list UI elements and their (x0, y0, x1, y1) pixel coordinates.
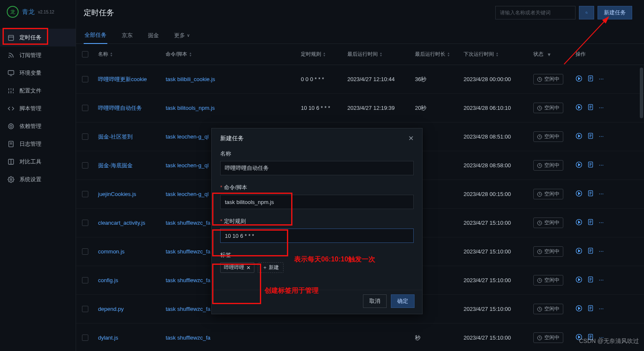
sidebar-item-file-text[interactable]: 日志管理 (0, 135, 76, 153)
log-icon[interactable] (587, 75, 594, 83)
name-input[interactable] (220, 161, 414, 175)
task-name-link[interactable]: juejinCookies.js (98, 191, 166, 197)
task-name-link[interactable]: depend.py (98, 306, 166, 312)
row-checkbox[interactable] (82, 162, 88, 169)
more-icon[interactable]: ··· (599, 305, 604, 313)
new-task-button[interactable]: 新建任务 (598, 6, 632, 19)
table-row: 哔哩哔哩更新cookietask bilibili_cookie.js0 0 0… (76, 65, 644, 94)
row-checkbox[interactable] (82, 105, 88, 111)
tab-全部任务[interactable]: 全部任务 (84, 27, 107, 44)
log-icon[interactable] (587, 190, 594, 198)
cron-input[interactable] (220, 229, 414, 243)
tag-chip[interactable]: 哔哩哔哩✕ (220, 262, 254, 273)
tab-京东[interactable]: 京东 (121, 27, 134, 44)
search-button[interactable] (579, 6, 594, 19)
search-input[interactable] (495, 6, 576, 19)
run-icon[interactable] (576, 75, 582, 83)
sidebar-item-rss[interactable]: 订阅管理 (0, 46, 76, 64)
sort-icon[interactable]: ▲▼ (379, 52, 382, 57)
task-name-link[interactable]: 哔哩哔哩自动任务 (98, 104, 166, 112)
row-checkbox[interactable] (82, 220, 88, 226)
more-icon[interactable]: ··· (599, 161, 604, 169)
log-icon[interactable] (587, 305, 594, 313)
status-badge: 空闲中 (533, 103, 563, 113)
more-icon[interactable]: ··· (599, 276, 604, 284)
duration-cell: 20秒 (415, 104, 464, 112)
log-icon[interactable] (587, 161, 594, 169)
scrollbar[interactable] (640, 68, 644, 338)
tag-remove-icon[interactable]: ✕ (246, 265, 251, 271)
add-tag-button[interactable]: ＋ 新建 (258, 262, 284, 273)
table-row: 哔哩哔哩自动任务task bilitools_npm.js10 10 6 * *… (76, 94, 644, 122)
more-icon[interactable]: ··· (599, 190, 604, 198)
more-icon[interactable]: ··· (599, 75, 604, 83)
last-run-cell: 2023/4/27 12:19:39 (347, 105, 415, 111)
task-cmd-link[interactable]: task bilibili_cookie.js (166, 76, 301, 82)
row-checkbox[interactable] (82, 191, 88, 197)
status-badge: 空闲中 (533, 304, 563, 314)
row-checkbox[interactable] (82, 248, 88, 255)
sort-icon[interactable]: ▲▼ (323, 52, 326, 57)
task-name-link[interactable]: common.js (98, 248, 166, 255)
sidebar-item-monitor[interactable]: 环境变量 (0, 64, 76, 82)
sidebar-item-calendar[interactable]: 定时任务 (0, 29, 76, 46)
clock-icon (537, 163, 542, 168)
run-icon[interactable] (576, 133, 582, 141)
more-icon[interactable]: ··· (599, 104, 604, 112)
more-icon[interactable]: ··· (599, 219, 604, 227)
run-icon[interactable] (576, 219, 582, 227)
cancel-button[interactable]: 取消 (363, 294, 387, 308)
sort-icon[interactable]: ▲▼ (496, 52, 499, 57)
filter-icon[interactable]: ▼ (547, 52, 551, 57)
tab-更多[interactable]: 更多 ∨ (173, 27, 191, 44)
log-icon[interactable] (587, 133, 594, 141)
cmd-input[interactable] (220, 195, 414, 209)
brand-version: v2.15.12 (38, 10, 54, 14)
svg-rect-0 (8, 35, 14, 41)
tab-掘金[interactable]: 掘金 (147, 27, 160, 44)
row-checkbox[interactable] (82, 76, 88, 82)
more-icon[interactable]: ··· (599, 133, 604, 141)
row-checkbox[interactable] (82, 306, 88, 312)
run-icon[interactable] (576, 190, 582, 198)
row-checkbox[interactable] (82, 133, 88, 140)
sidebar-item-sliders[interactable]: 配置文件 (0, 82, 76, 100)
brand-row: 龙 青龙 v2.15.12 (0, 0, 76, 24)
task-name-link[interactable]: dylant.js (98, 335, 166, 341)
sidebar-item-settings[interactable]: 系统设置 (0, 171, 76, 188)
sort-icon[interactable]: ▲▼ (447, 52, 450, 57)
log-icon[interactable] (587, 248, 594, 256)
task-name-link[interactable]: cleancart_activity.js (98, 220, 166, 226)
run-icon[interactable] (576, 305, 582, 313)
select-all-checkbox[interactable] (82, 51, 88, 57)
task-name-link[interactable]: 哔哩哔哩更新cookie (98, 76, 166, 83)
watermark: CSDN @无奈清风吹过 (579, 337, 639, 345)
row-checkbox[interactable] (82, 277, 88, 283)
sidebar-item-package[interactable]: 依赖管理 (0, 117, 76, 135)
confirm-button[interactable]: 确定 (391, 294, 415, 308)
log-icon[interactable] (587, 219, 594, 227)
close-icon[interactable]: ✕ (408, 134, 414, 142)
task-cmd-link[interactable]: task bilitools_npm.js (166, 105, 301, 111)
svg-marker-65 (579, 250, 580, 252)
more-icon[interactable]: ··· (599, 248, 604, 256)
task-name-link[interactable]: 掘金-社区签到 (98, 133, 166, 141)
sidebar-item-columns[interactable]: 对比工具 (0, 153, 76, 171)
sort-icon[interactable]: ▲▼ (110, 52, 113, 57)
task-cmd-link[interactable]: task shufflewzc_fa (166, 335, 301, 341)
row-checkbox[interactable] (82, 335, 88, 341)
task-name-link[interactable]: config.js (98, 277, 166, 283)
run-icon[interactable] (576, 161, 582, 169)
task-name-link[interactable]: 掘金-海底掘金 (98, 162, 166, 169)
log-icon[interactable] (587, 276, 594, 284)
run-icon[interactable] (576, 104, 582, 112)
tabs: 全部任务京东掘金更多 ∨ (76, 23, 644, 44)
sort-icon[interactable]: ▲▼ (189, 52, 192, 57)
log-icon[interactable] (587, 104, 594, 112)
svg-marker-23 (579, 77, 580, 79)
sidebar-item-code[interactable]: 脚本管理 (0, 100, 76, 117)
next-run-cell: 2023/4/27 15:10:00 (464, 277, 533, 283)
svg-point-19 (586, 12, 587, 14)
run-icon[interactable] (576, 276, 582, 284)
run-icon[interactable] (576, 248, 582, 256)
